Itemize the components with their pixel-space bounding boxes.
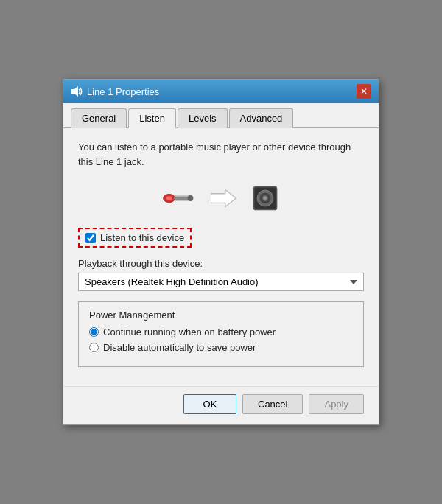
description-text: You can listen to a portable music playe… [78,140,364,169]
dialog-title: Line 1 Properties [87,86,159,97]
svg-marker-1 [74,86,78,97]
listen-label[interactable]: Listen to this device [100,232,184,243]
radio-continue-label[interactable]: Continue running when on battery power [103,326,276,337]
playback-device-select[interactable]: Speakers (Realtek High Definition Audio) [78,273,364,291]
sound-icon [71,85,83,97]
svg-rect-0 [71,89,74,94]
button-row: OK Cancel Apply [63,386,379,424]
audio-cable-icon [162,185,197,211]
radio-continue[interactable] [89,327,99,337]
radio-row-continue: Continue running when on battery power [89,326,353,337]
radio-disable-label[interactable]: Disable automatically to save power [103,342,256,353]
svg-point-5 [187,195,193,201]
arrow-icon [211,185,237,211]
speaker-icon [250,183,280,213]
apply-button[interactable]: Apply [309,394,364,414]
radio-disable[interactable] [89,343,99,352]
svg-point-3 [166,196,172,200]
svg-marker-8 [211,189,236,206]
listen-checkbox-container: Listen to this device [78,228,192,248]
tab-bar: General Listen Levels Advanced [63,103,379,128]
svg-point-14 [264,197,267,200]
ok-button[interactable]: OK [183,394,236,414]
close-button[interactable]: ✕ [357,84,371,99]
dialog-window: Line 1 Properties ✕ General Listen Level… [63,79,379,425]
title-bar-left: Line 1 Properties [71,85,159,97]
tab-listen[interactable]: Listen [128,108,176,128]
cancel-button[interactable]: Cancel [242,394,303,414]
listen-checkbox[interactable] [85,233,96,243]
tab-advanced[interactable]: Advanced [229,108,294,128]
tab-levels[interactable]: Levels [178,108,228,128]
icons-row [78,183,364,213]
power-management-group: Power Management Continue running when o… [78,301,364,367]
playback-label: Playback through this device: [78,258,364,269]
power-management-legend: Power Management [89,309,353,321]
content-area: You can listen to a portable music playe… [63,128,379,386]
title-bar: Line 1 Properties ✕ [63,80,379,103]
radio-row-disable: Disable automatically to save power [89,342,353,353]
tab-general[interactable]: General [71,108,127,128]
